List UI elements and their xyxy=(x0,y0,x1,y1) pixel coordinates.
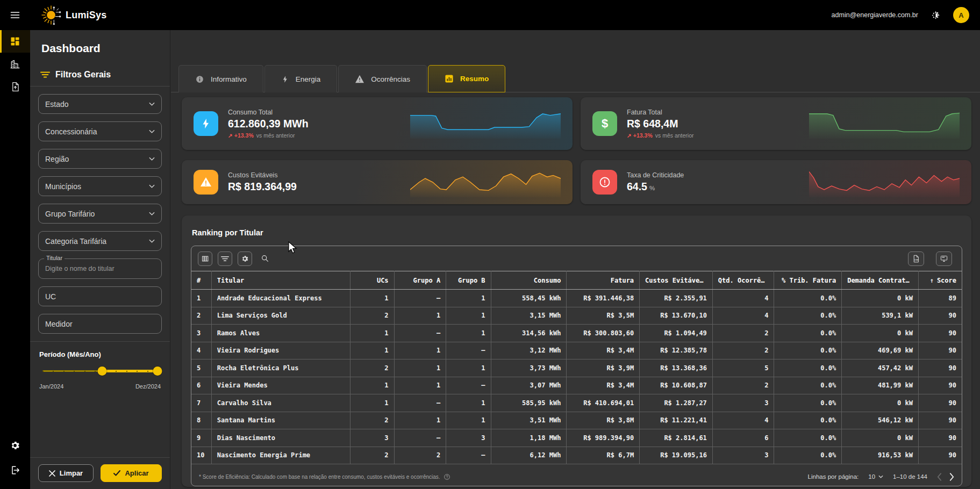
tab-energia[interactable]: Energia xyxy=(264,65,338,92)
cell-grupo-a: – xyxy=(394,429,446,447)
table-row[interactable]: 7Carvalho Silva1–1585,95 kWhR$ 410.694,0… xyxy=(191,394,962,412)
filter-list-icon[interactable] xyxy=(218,251,232,266)
kpi-value: 64.5% xyxy=(627,181,684,193)
tab-ocorrencias[interactable]: Ocorrências xyxy=(338,65,427,92)
help-icon[interactable] xyxy=(443,473,450,480)
theme-toggle-icon[interactable] xyxy=(930,10,941,21)
select-categoria-tarifaria[interactable]: Categoria Tarifária xyxy=(38,231,162,251)
prev-page-icon[interactable] xyxy=(937,473,942,481)
titular-input[interactable] xyxy=(45,265,155,272)
cell-trib-fatura: 0.0% xyxy=(774,377,842,394)
medidor-input[interactable] xyxy=(45,320,155,328)
chevron-down-icon xyxy=(149,102,155,106)
sort-asc-icon: ↑ xyxy=(930,277,934,284)
slider-handle-end[interactable] xyxy=(153,366,162,376)
table-row[interactable]: 4Vieira Rodrigues11–3,12 MWhR$ 3,4MR$ 12… xyxy=(191,342,962,359)
column-header-score[interactable]: ↑Score xyxy=(918,271,962,290)
select-regiao[interactable]: Região xyxy=(38,149,162,169)
table-row[interactable]: 8Santana Martins2113,51 MWhR$ 3,8MR$ 11.… xyxy=(191,412,962,429)
column-header-trib-fatura[interactable]: % Trib. Fatura xyxy=(774,271,842,290)
close-icon xyxy=(49,470,55,477)
cell-grupo-b: 1 xyxy=(446,325,491,342)
apply-button[interactable]: Aplicar xyxy=(101,464,162,482)
cell-score: 90 xyxy=(918,325,962,342)
kpi-trend: ↗+13.3%vs mês anterior xyxy=(228,132,309,139)
kpi-value: 612.860,39 MWh xyxy=(228,118,309,130)
nav-dashboard[interactable] xyxy=(0,30,30,53)
column-header-demanda-contratada[interactable]: Demanda Contratada xyxy=(842,271,919,290)
column-header-titular[interactable]: Titular xyxy=(211,271,350,290)
slider-handle-start[interactable] xyxy=(98,366,107,376)
column-header-qtd-ocorrencias[interactable]: Qtd. Ocorrênci… xyxy=(712,271,774,290)
table-row[interactable]: 9Dias Nascimento3–31,18 MWhR$ 989.394,90… xyxy=(191,429,962,447)
table-row[interactable]: 6Vieira Mendes11–3,07 MWhR$ 3,4MR$ 10.60… xyxy=(191,377,962,394)
column-header-consumo[interactable]: Consumo xyxy=(491,271,567,290)
select-label: Estado xyxy=(45,100,69,109)
cell-rank: 3 xyxy=(191,325,211,342)
cell-ucs: 1 xyxy=(350,290,394,307)
cell-consumo: 585,95 kWh xyxy=(491,394,567,412)
table-row[interactable]: 3Ramos Alves1–1314,56 kWhR$ 300.803,60R$… xyxy=(191,325,962,342)
cell-fatura: R$ 6,7M xyxy=(567,447,640,464)
select-grupo-tarifario[interactable]: Grupo Tarifário xyxy=(38,204,162,224)
column-header-rank[interactable]: # xyxy=(191,271,211,290)
logout-button[interactable] xyxy=(0,459,30,481)
warning-icon xyxy=(194,170,218,195)
cell-custos-evitaveis: R$ 11.221,41 xyxy=(640,412,713,429)
cell-demanda-contratada: 546,12 kW xyxy=(842,412,919,429)
titular-field[interactable]: Titular xyxy=(38,258,162,279)
clear-button[interactable]: Limpar xyxy=(38,464,94,482)
select-concessionaria[interactable]: Concessionária xyxy=(38,121,162,141)
menu-icon[interactable] xyxy=(0,10,30,20)
period-label: Período (Mês/Ano) xyxy=(39,350,161,358)
csv-export-icon[interactable]: CSV xyxy=(908,251,924,266)
table-row[interactable]: 10Nascimento Energia Prime22–6,12 MWhR$ … xyxy=(191,447,962,464)
cell-grupo-a: 1 xyxy=(394,412,446,429)
table-row[interactable]: 1Andrade Educacional Express1–1558,45 kW… xyxy=(191,290,962,307)
cell-fatura: R$ 989.394,90 xyxy=(567,429,640,447)
column-header-ucs[interactable]: UCs xyxy=(350,271,394,290)
slider-mark xyxy=(84,371,85,372)
medidor-field[interactable] xyxy=(38,314,162,334)
settings-button[interactable] xyxy=(0,434,30,457)
nav-rail xyxy=(0,30,30,489)
cell-rank: 1 xyxy=(191,290,211,307)
table-row[interactable]: 2Lima Serviços Gold2113,15 MWhR$ 3,5MR$ … xyxy=(191,307,962,325)
search-icon[interactable] xyxy=(257,251,272,266)
uc-input[interactable] xyxy=(45,292,155,301)
cell-score: 90 xyxy=(918,342,962,359)
print-icon[interactable] xyxy=(936,251,952,266)
column-header-custos-evitaveis[interactable]: Custos Evitáveis xyxy=(640,271,713,290)
gear-icon[interactable] xyxy=(238,251,252,266)
column-header-grupo-a[interactable]: Grupo A xyxy=(394,271,446,290)
tab-resumo[interactable]: Resumo xyxy=(428,65,505,92)
select-municipios[interactable]: Municípios xyxy=(38,176,162,196)
cell-custos-evitaveis: R$ 13.670,10 xyxy=(640,307,713,325)
column-header-fatura[interactable]: Fatura xyxy=(567,271,640,290)
column-header-grupo-b[interactable]: Grupo B xyxy=(446,271,491,290)
pagination-range: 1–10 de 144 xyxy=(893,473,927,480)
tab-informativo[interactable]: Informativo xyxy=(178,65,263,92)
cell-score: 90 xyxy=(918,394,962,412)
cell-score: 90 xyxy=(918,429,962,447)
cell-titular: Nascimento Energia Prime xyxy=(211,447,350,464)
nav-import[interactable] xyxy=(0,75,30,98)
table-row[interactable]: 5Rocha Eletrônica Plus2113,73 MWhR$ 3,9M… xyxy=(191,359,962,377)
select-estado[interactable]: Estado xyxy=(38,94,162,114)
uc-field[interactable] xyxy=(38,286,162,306)
cell-demanda-contratada: 539,1 kW xyxy=(842,307,919,325)
cell-ucs: 3 xyxy=(350,429,394,447)
cell-trib-fatura: 0.0% xyxy=(774,359,842,377)
kpi-value: R$ 819.364,99 xyxy=(228,181,297,193)
period-slider[interactable] xyxy=(42,366,158,376)
data-grid: CSV #TitularUCsGrupo AGrupo BConsumoFatu… xyxy=(191,246,962,486)
nav-companies[interactable] xyxy=(0,53,30,75)
avatar[interactable]: A xyxy=(953,7,969,23)
columns-icon[interactable] xyxy=(198,251,212,266)
filters-sidebar: Dashboard Filtros Gerais Estado Concessi… xyxy=(30,30,170,489)
rows-per-page-select[interactable]: 10 xyxy=(868,473,883,480)
slider-mark xyxy=(42,371,44,372)
cell-grupo-a: – xyxy=(394,325,446,342)
cell-grupo-b: – xyxy=(446,342,491,359)
next-page-icon[interactable] xyxy=(949,473,954,481)
